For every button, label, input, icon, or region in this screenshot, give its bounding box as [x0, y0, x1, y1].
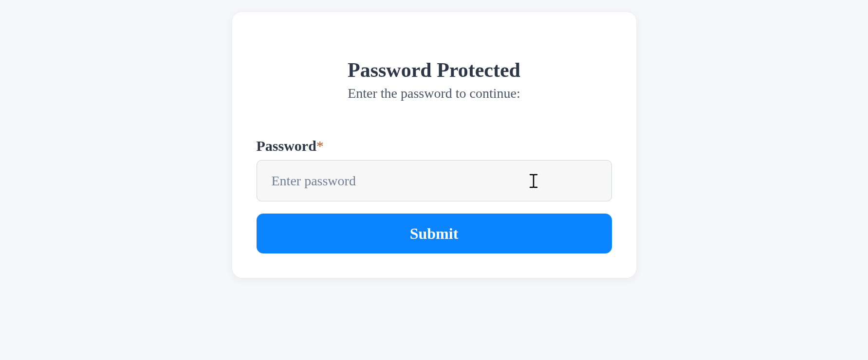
password-label-text: Password [257, 138, 316, 154]
password-card: Password Protected Enter the password to… [232, 12, 636, 278]
page-subtitle: Enter the password to continue: [257, 86, 612, 101]
submit-button[interactable]: Submit [257, 214, 612, 253]
password-input[interactable] [257, 160, 612, 201]
password-label: Password* [257, 138, 612, 154]
page-title: Password Protected [257, 58, 612, 82]
password-input-wrapper [257, 160, 612, 214]
required-indicator: * [316, 138, 324, 154]
